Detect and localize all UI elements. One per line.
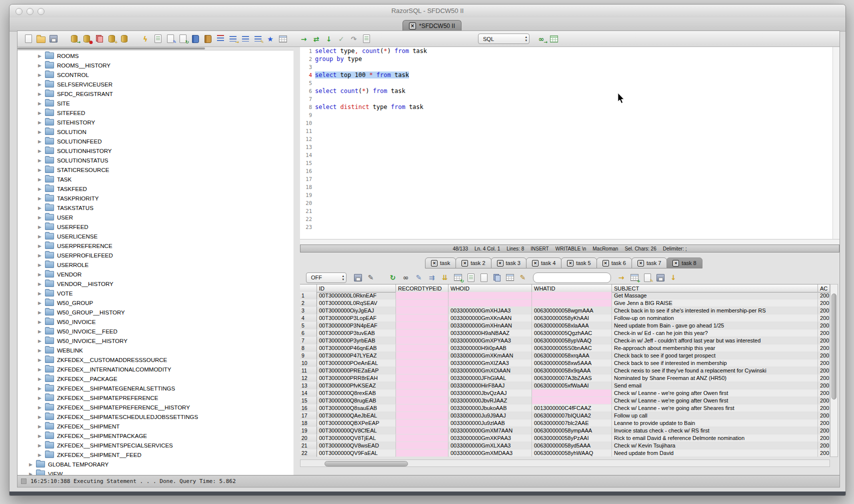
disclosure-triangle-icon[interactable]: ▶ (36, 206, 43, 210)
table-cell[interactable]: 0033000000JbvRJAAZ (448, 397, 532, 404)
results-horizontal-scrollbar[interactable] (300, 460, 830, 467)
table-cell[interactable]: 0033000000GmXPYAA3 (448, 337, 532, 344)
disclosure-triangle-icon[interactable]: ▶ (36, 63, 43, 68)
table-cell[interactable] (396, 344, 448, 352)
table-cell[interactable]: 006300000058wgmAAA (532, 307, 612, 314)
table-cell[interactable]: 00T3000000Q8rexEAB (317, 390, 396, 397)
save-results-icon[interactable] (353, 274, 362, 282)
editor-line[interactable]: 6select count(*) from task (300, 87, 840, 95)
disclosure-triangle-icon[interactable]: ▶ (36, 367, 43, 372)
table-cell[interactable] (396, 322, 448, 330)
editor-line[interactable]: 4select top 100 * from task (300, 71, 840, 79)
table-cell[interactable]: 0033000000Ju9J9AAJ (448, 412, 532, 420)
table-cell[interactable] (396, 397, 448, 404)
disclosure-triangle-icon[interactable]: ▶ (36, 54, 43, 58)
table-cell[interactable]: 00630000007A3bZAAS (532, 374, 612, 382)
validate-check-icon[interactable]: ✓ (336, 34, 346, 43)
table-cell[interactable]: Nominated by Shane Freeman at ANZ (HR50) (612, 374, 818, 382)
disclosure-triangle-icon[interactable]: ▶ (36, 443, 43, 448)
sidebar-item-user[interactable]: ▶USER (18, 212, 294, 222)
table-cell[interactable]: 200 (818, 352, 830, 360)
column-header-whoid[interactable]: WHOID (448, 284, 532, 292)
fetch-down-icon[interactable]: ↓ (324, 34, 334, 43)
table-cell[interactable]: 0033000000Ju9zlAAB (448, 420, 532, 427)
table-cell[interactable] (396, 307, 448, 314)
sidebar-item-userrole[interactable]: ▶USERROLE (18, 260, 294, 270)
import-data-icon[interactable]: → (70, 34, 79, 43)
table-cell[interactable]: 0033000000JbukoAAB (448, 404, 532, 412)
form-view-icon[interactable] (479, 274, 488, 282)
table-cell[interactable]: 200 (818, 450, 830, 457)
disclosure-triangle-icon[interactable]: ▶ (36, 139, 43, 144)
table-cell[interactable] (532, 397, 612, 404)
sync-table-icon[interactable]: ↻ (453, 274, 462, 282)
sidebar-item-sitefeed[interactable]: ▶SITEFEED (18, 108, 294, 118)
disclosure-triangle-icon[interactable]: ▶ (36, 215, 43, 220)
execute-lightning-icon[interactable]: ϟ (140, 34, 150, 43)
table-cell[interactable]: Invoice status check - check w/ RS first (612, 427, 818, 434)
sidebar-item-w50-invoice-history[interactable]: ▶W50_INVOICE__HISTORY (18, 336, 294, 346)
sidebar-item-rooms[interactable]: ▶ROOMS (18, 51, 294, 60)
table-cell[interactable]: 0013000000C4fFCAAZ (532, 404, 612, 412)
table-cell[interactable]: 200 (818, 390, 830, 397)
table-cell[interactable]: 0033000000GmXOiAAN (448, 367, 532, 374)
query-type-dropdown[interactable]: SQL ▴▾ (478, 34, 530, 44)
table-cell[interactable] (396, 374, 448, 382)
paste-results-icon[interactable] (505, 274, 514, 282)
table-cell[interactable]: 0033000000JbvQzAAJ (448, 390, 532, 397)
disclosure-triangle-icon[interactable]: ▶ (36, 320, 43, 324)
disclosure-triangle-icon[interactable]: ▶ (36, 72, 43, 78)
table-cell[interactable]: 00T3000000P47LYEAZ (317, 352, 396, 360)
table-cell[interactable]: 00T3000000QAeJbEAL (317, 412, 396, 420)
table-cell[interactable]: 0033000000GmXKmAAN (448, 352, 532, 360)
disclosure-triangle-icon[interactable]: ▶ (36, 300, 43, 306)
result-tab-task-2[interactable]: ×task 2 (456, 258, 491, 268)
disclosure-triangle-icon[interactable]: ▶ (36, 424, 43, 429)
table-cell[interactable] (396, 427, 448, 434)
editor-line[interactable]: 21 (300, 207, 840, 215)
results-search-input[interactable] (533, 272, 611, 283)
table-cell[interactable]: 200 (818, 367, 830, 374)
table-cell[interactable]: 006300000058xrqAAA (532, 352, 612, 360)
table-cell[interactable]: 200 (818, 397, 830, 404)
disclosure-triangle-icon[interactable]: ▶ (36, 338, 43, 344)
delete-data-icon[interactable]: ● (82, 34, 92, 43)
disclosure-triangle-icon[interactable]: ▶ (36, 348, 43, 353)
table-cell[interactable]: Check w/ Leanne - we're going after Owen… (612, 397, 818, 404)
editor-line[interactable]: 14 (300, 151, 840, 159)
column-header-whatid[interactable]: WHATID (532, 284, 612, 292)
table-cell[interactable]: Check w/ Kevin Tsujihara (612, 442, 818, 450)
create-table-icon[interactable]: + (107, 34, 116, 43)
table-cell[interactable]: 006300000058yPzAAI (532, 434, 612, 442)
table-cell[interactable]: 00T3000000L0RknEAF (317, 292, 396, 300)
table-cell[interactable]: 0033000000GmXMDAA3 (448, 450, 532, 457)
sidebar-item-w50-group[interactable]: ▶W50_GROUP (18, 298, 294, 308)
table-cell[interactable]: 006300000058xw5AAA (532, 360, 612, 367)
table-cell[interactable]: 00T3000000P3yrbEAB (317, 337, 396, 344)
column-header-recordtypeid[interactable]: RECORDTYPEID (396, 284, 448, 292)
disclosure-triangle-icon[interactable]: ▶ (36, 272, 43, 277)
table-cell[interactable]: 00T3000000PREZaEAP (317, 367, 396, 374)
table-cell[interactable] (396, 412, 448, 420)
format-sql-icon[interactable] (240, 34, 250, 43)
disclosure-triangle-icon[interactable]: ▶ (36, 262, 43, 268)
disclosure-triangle-icon[interactable]: ▶ (36, 120, 43, 125)
table-cell[interactable]: 00630000007blc2AAE (532, 420, 612, 427)
table-cell[interactable] (396, 450, 448, 457)
sidebar-item-w50-group-history[interactable]: ▶W50_GROUP__HISTORY (18, 308, 294, 317)
undo-icon[interactable]: ↷ (349, 34, 358, 43)
disclosure-triangle-icon[interactable]: ▶ (36, 101, 43, 106)
disclosure-triangle-icon[interactable]: ▶ (36, 130, 43, 134)
panel-splitter[interactable] (294, 47, 300, 475)
table-cell[interactable]: 00T3000000P46qnEAB (317, 344, 396, 352)
table-cell[interactable]: 00630000005xfWaAAI (532, 382, 612, 390)
highlight-pen-icon[interactable]: ✎ (518, 274, 528, 282)
table-cell[interactable]: 200 (818, 427, 830, 434)
table-cell[interactable] (396, 420, 448, 427)
table-cell[interactable]: 00630000005QgzhAAC (532, 330, 612, 337)
editor-line[interactable]: 22 (300, 215, 840, 223)
table-cell[interactable]: 0033000000GmXIZAA3 (448, 360, 532, 367)
table-cell[interactable]: 0033000000GmXKnAAN (448, 314, 532, 322)
table-cell[interactable]: Re-approach about membership this year (612, 344, 818, 352)
sidebar-item-vote[interactable]: ▶VOTE (18, 288, 294, 298)
